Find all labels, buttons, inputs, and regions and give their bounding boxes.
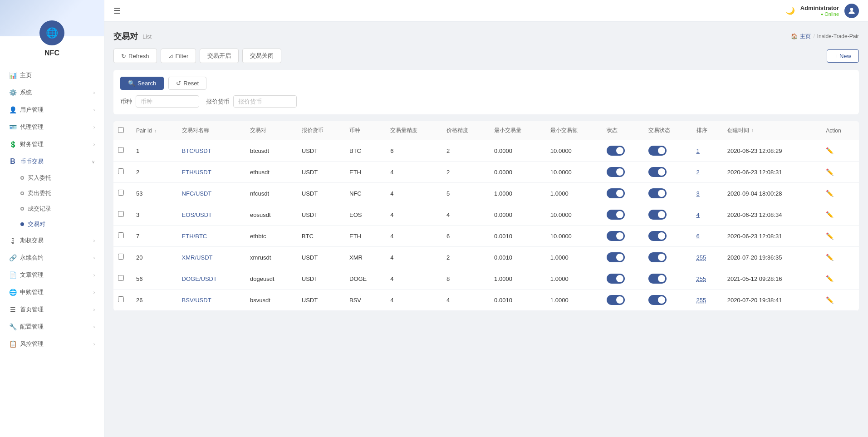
sort-link[interactable]: 6 [696,233,700,240]
row-status [602,247,644,268]
sidebar-item-article[interactable]: 📄 文章管理 › [0,266,104,284]
status-toggle[interactable] [607,146,625,156]
sort-asc-icon[interactable]: ↑ [154,128,157,133]
trade-status-toggle[interactable] [648,146,667,156]
row-min-amount: 10.0000 [546,226,602,247]
search-bar: 🔍 Search ↺ Reset [120,77,852,90]
sort-link[interactable]: 255 [696,275,706,282]
toggle-slider [648,274,667,284]
status-toggle[interactable] [607,167,625,177]
status-toggle[interactable] [607,210,625,220]
row-action: ✏️ [821,247,859,268]
row-checkbox[interactable] [118,211,124,217]
row-coin: ETH [345,226,386,247]
edit-icon[interactable]: ✏️ [826,232,834,240]
edit-icon[interactable]: ✏️ [826,275,834,282]
edit-icon[interactable]: ✏️ [826,168,834,176]
sidebar-item-trade-record[interactable]: 成交记录 [20,201,104,216]
sidebar-item-config[interactable]: 🔧 配置管理 › [0,318,104,335]
trade-status-toggle[interactable] [648,252,667,262]
row-checkbox[interactable] [118,232,124,238]
chevron-right-icon: › [93,273,95,278]
row-quote: USDT [297,268,345,290]
sidebar-item-home[interactable]: 📊 主页 [0,67,104,84]
trade-close-button[interactable]: 交易关闭 [242,49,281,63]
row-checkbox[interactable] [118,296,124,302]
edit-icon[interactable]: ✏️ [826,296,834,304]
trade-status-toggle[interactable] [648,295,667,305]
trade-open-button[interactable]: 交易开启 [200,49,239,63]
sidebar-item-trade-pair[interactable]: 交易对 [20,216,104,232]
row-checkbox-cell [113,204,132,226]
page-subtitle: List [142,33,152,40]
row-created: 2020-06-23 12:08:31 [723,226,822,247]
sidebar-item-agent[interactable]: 🪪 代理管理 › [0,118,104,136]
sort-link[interactable]: 1 [696,147,700,154]
sort-link[interactable]: 255 [696,254,706,261]
moon-icon[interactable]: 🌙 [786,6,795,15]
reset-icon: ↺ [176,80,181,87]
edit-icon[interactable]: ✏️ [826,190,834,197]
hamburger-icon[interactable]: ☰ [113,6,121,16]
row-checkbox-cell [113,162,132,183]
sidebar-item-system[interactable]: ⚙️ 系统 › [0,84,104,101]
edit-icon[interactable]: ✏️ [826,254,834,261]
sidebar-item-sell-order[interactable]: 卖出委托 [20,186,104,201]
new-button[interactable]: + New [827,49,859,63]
risk-icon: 📋 [9,340,16,348]
search-button[interactable]: 🔍 Search [120,77,164,90]
row-checkbox[interactable] [118,190,124,196]
status-toggle[interactable] [607,252,625,262]
select-all-checkbox[interactable] [118,127,124,133]
trade-status-toggle[interactable] [648,167,667,177]
sort-link[interactable]: 3 [696,190,700,197]
table-row: 2 ETH/USDT ethusdt USDT ETH 4 2 0.0000 1… [113,162,859,183]
row-checkbox[interactable] [118,147,124,153]
sort-link[interactable]: 2 [696,169,700,176]
sidebar-item-futures[interactable]: ₿ 期权交易 › [0,232,104,249]
trade-status-toggle[interactable] [648,274,667,284]
trade-status-toggle[interactable] [648,231,667,241]
reset-button[interactable]: ↺ Reset [168,77,206,90]
sidebar-item-subscribe[interactable]: 🌐 申购管理 › [0,284,104,301]
row-price-precision: 2 [442,162,490,183]
row-checkbox[interactable] [118,254,124,260]
sidebar-item-buy-order[interactable]: 买入委托 [20,170,104,186]
breadcrumb-home-link[interactable]: 主页 [800,33,811,40]
sidebar-item-risk[interactable]: 📋 风控管理 › [0,335,104,353]
sidebar-item-homepage[interactable]: ☰ 首页管理 › [0,301,104,318]
edit-icon[interactable]: ✏️ [826,147,834,154]
quote-filter-input[interactable] [233,95,297,108]
trade-status-toggle[interactable] [648,188,667,198]
status-toggle[interactable] [607,274,625,284]
sidebar-item-finance[interactable]: 💲 财务管理 › [0,136,104,153]
refresh-label: Refresh [128,53,149,59]
row-checkbox[interactable] [118,275,124,281]
row-checkbox[interactable] [118,168,124,174]
edit-icon[interactable]: ✏️ [826,211,834,218]
status-toggle[interactable] [607,188,625,198]
row-sort: 3 [692,183,723,204]
sidebar-item-coin-trade[interactable]: B 币币交易 ∨ [0,153,104,170]
user-avatar[interactable] [844,4,859,18]
sort-link[interactable]: 255 [696,297,706,304]
trade-status-toggle[interactable] [648,210,667,220]
status-toggle[interactable] [607,295,625,305]
topbar: ☰ 🌙 Administrator Online [104,0,868,22]
row-min-trade: 0.0010 [490,290,546,311]
sidebar-item-user[interactable]: 👤 用户管理 › [0,101,104,118]
sort-link[interactable]: 4 [696,211,700,218]
filter-button[interactable]: ⊿ Filter [161,49,196,63]
status-toggle[interactable] [607,231,625,241]
data-table: Pair Id ↑ 交易对名称 交易对 报价货币 币种 交易量精度 价格精度 最… [113,121,859,311]
row-price-precision: 2 [442,140,490,162]
row-created: 2020-07-20 19:36:35 [723,247,822,268]
trade-open-label: 交易开启 [207,52,231,60]
header-quote: 报价货币 [297,121,345,140]
toggle-slider [648,188,667,198]
refresh-button[interactable]: ↻ Refresh [113,49,157,63]
coin-filter-input[interactable] [136,95,199,108]
sort-created-icon[interactable]: ↑ [751,128,754,133]
row-min-amount: 1.0000 [546,290,602,311]
sidebar-item-perpetual[interactable]: 🔗 永续合约 › [0,249,104,266]
